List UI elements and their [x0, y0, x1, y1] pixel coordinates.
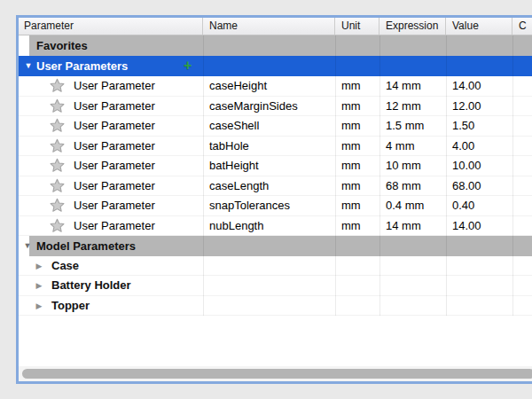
parameter-cell: User Parameter	[19, 176, 203, 196]
value-cell: 4.00	[446, 137, 512, 156]
comments-cell[interactable]	[512, 156, 532, 176]
favorite-star-icon[interactable]	[50, 118, 65, 133]
parameter-cell: User Parameter	[19, 97, 203, 116]
comments-cell[interactable]	[512, 137, 532, 156]
value-cell: 0.40	[446, 196, 512, 215]
disclosure-triangle-icon[interactable]: ▶	[34, 296, 44, 316]
favorite-star-icon[interactable]	[50, 158, 65, 173]
table-header: Parameter Name Unit Expression Value C	[19, 18, 532, 35]
disclosure-triangle-icon[interactable]: ▼	[22, 236, 33, 256]
selected-group-row[interactable]: ▼ User Parameters +	[19, 56, 532, 76]
expression-cell[interactable]: 10 mm	[379, 156, 446, 176]
column-header-value[interactable]: Value	[446, 18, 512, 35]
favorite-star-icon[interactable]	[50, 198, 65, 213]
rows-container: Favorites ▼ User Parameters + User Param…	[19, 35, 532, 366]
expression-cell[interactable]: 0.4 mm	[379, 196, 446, 215]
name-cell[interactable]: nubLength	[203, 216, 335, 236]
expression-cell[interactable]: 68 mm	[379, 176, 446, 196]
parameter-row[interactable]: User Parameter snapTolerances mm 0.4 mm …	[19, 196, 532, 216]
expression-cell[interactable]: 1.5 mm	[379, 116, 446, 136]
value-cell: 68.00	[446, 176, 512, 196]
name-cell[interactable]: caseMarginSides	[203, 97, 335, 116]
favorite-star-icon[interactable]	[50, 178, 65, 193]
name-cell[interactable]: caseShell	[203, 116, 335, 136]
parameter-type-label: User Parameter	[74, 159, 155, 172]
disclosure-triangle-icon[interactable]: ▼	[23, 56, 34, 76]
name-cell[interactable]: caseHeight	[203, 76, 335, 96]
parameter-cell: User Parameter	[19, 196, 203, 215]
group-label: Model Parameters	[36, 236, 136, 256]
parameter-row[interactable]: User Parameter caseLength mm 68 mm 68.00	[19, 176, 532, 197]
parameter-row[interactable]: User Parameter caseMarginSides mm 12 mm …	[19, 97, 532, 117]
parameter-type-label: User Parameter	[74, 199, 155, 212]
unit-cell[interactable]: mm	[335, 156, 379, 176]
parameters-panel: Parameter Name Unit Expression Value C F…	[0, 0, 532, 399]
column-header-comments[interactable]: C	[512, 18, 532, 35]
parameter-cell: User Parameter	[19, 76, 203, 96]
parameter-row[interactable]: User Parameter nubLength mm 14 mm 14.00	[19, 216, 532, 237]
favorite-star-icon[interactable]	[50, 138, 65, 153]
unit-cell[interactable]: mm	[335, 116, 379, 136]
parameters-table: Parameter Name Unit Expression Value C F…	[16, 15, 532, 384]
unit-cell[interactable]: mm	[335, 97, 379, 116]
unit-cell[interactable]: mm	[335, 176, 379, 196]
parameter-type-label: User Parameter	[74, 179, 155, 192]
comments-cell[interactable]	[512, 116, 532, 136]
expression-cell[interactable]: 14 mm	[379, 216, 446, 236]
expression-cell[interactable]: 14 mm	[379, 76, 446, 96]
disclosure-triangle-icon[interactable]: ▶	[34, 256, 44, 276]
parameter-row[interactable]: User Parameter tabHole mm 4 mm 4.00	[19, 137, 532, 157]
value-cell: 10.00	[446, 156, 512, 176]
comments-cell[interactable]	[512, 176, 532, 196]
group-row[interactable]: ▼ Model Parameters	[19, 236, 532, 256]
unit-cell[interactable]: mm	[335, 137, 379, 156]
comments-cell[interactable]	[512, 196, 532, 215]
model-child-row[interactable]: ▶ Battery Holder	[19, 276, 532, 295]
model-child-label: Topper	[51, 296, 90, 316]
parameter-row[interactable]: User Parameter caseShell mm 1.5 mm 1.50	[19, 116, 532, 137]
parameter-cell: User Parameter	[19, 216, 203, 236]
group-row-band	[29, 35, 532, 56]
horizontal-scrollbar[interactable]	[19, 366, 532, 381]
group-label: User Parameters	[36, 56, 128, 76]
disclosure-triangle-icon[interactable]: ▶	[34, 276, 44, 295]
value-cell: 1.50	[446, 116, 512, 136]
unit-cell[interactable]: mm	[335, 196, 379, 215]
parameter-row[interactable]: User Parameter batHeight mm 10 mm 10.00	[19, 156, 532, 176]
name-cell[interactable]: tabHole	[203, 137, 335, 156]
model-child-row[interactable]: ▶ Case	[19, 256, 532, 276]
parameter-type-label: User Parameter	[74, 119, 155, 132]
name-cell[interactable]: snapTolerances	[203, 196, 335, 215]
expression-cell[interactable]: 4 mm	[379, 137, 446, 156]
group-label: Favorites	[36, 35, 88, 56]
name-cell[interactable]: batHeight	[203, 156, 335, 176]
favorite-star-icon[interactable]	[50, 218, 65, 233]
model-child-label: Case	[51, 256, 79, 276]
name-cell[interactable]: caseLength	[203, 176, 335, 196]
model-child-label: Battery Holder	[51, 276, 131, 295]
model-child-row[interactable]: ▶ Topper	[19, 296, 532, 316]
group-row[interactable]: Favorites	[19, 35, 532, 56]
value-cell: 12.00	[446, 97, 512, 116]
parameter-cell: User Parameter	[19, 137, 203, 156]
parameter-cell: User Parameter	[19, 156, 203, 176]
expression-cell[interactable]: 12 mm	[379, 97, 446, 116]
scrollbar-thumb[interactable]	[22, 369, 532, 379]
parameter-type-label: User Parameter	[74, 219, 155, 232]
parameter-type-label: User Parameter	[74, 99, 155, 113]
favorite-star-icon[interactable]	[50, 78, 65, 93]
comments-cell[interactable]	[512, 97, 532, 116]
favorite-star-icon[interactable]	[50, 98, 65, 113]
add-parameter-icon[interactable]: +	[184, 56, 192, 75]
column-header-name[interactable]: Name	[203, 18, 335, 35]
column-header-parameter[interactable]: Parameter	[19, 18, 203, 35]
column-header-expression[interactable]: Expression	[379, 18, 446, 35]
unit-cell[interactable]: mm	[335, 76, 379, 96]
unit-cell[interactable]: mm	[335, 216, 379, 236]
parameter-row[interactable]: User Parameter caseHeight mm 14 mm 14.00	[19, 76, 532, 97]
parameter-type-label: User Parameter	[74, 139, 155, 153]
comments-cell[interactable]	[512, 216, 532, 236]
column-header-unit[interactable]: Unit	[335, 18, 379, 35]
parameter-cell: User Parameter	[19, 116, 203, 136]
comments-cell[interactable]	[512, 76, 532, 96]
